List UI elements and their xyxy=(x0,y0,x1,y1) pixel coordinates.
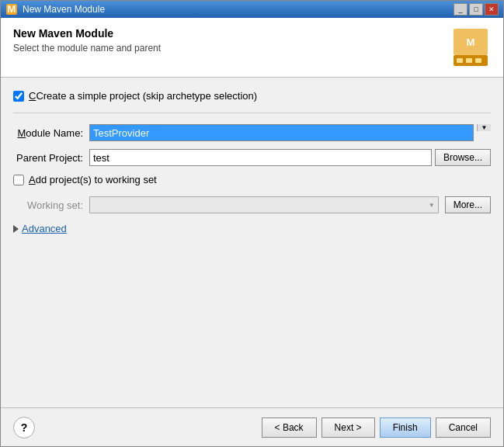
simple-project-checkbox[interactable] xyxy=(13,91,24,102)
working-set-combo[interactable]: ▼ xyxy=(89,196,439,213)
parent-project-label: Parent Project: xyxy=(13,152,83,164)
advanced-label[interactable]: Advanced xyxy=(22,223,67,234)
cancel-button[interactable]: Cancel xyxy=(436,418,491,438)
svg-text:M: M xyxy=(8,3,16,15)
module-name-row: Module Name: ▼ xyxy=(13,124,491,141)
dialog-title: New Maven Module xyxy=(13,27,161,40)
more-button[interactable]: More... xyxy=(445,196,491,213)
working-set-checkbox-label: Add project(s) to working set xyxy=(29,174,157,185)
close-button[interactable]: ✕ xyxy=(485,3,499,16)
parent-project-input-wrap: Browse... xyxy=(89,149,491,166)
working-set-row: Working set: ▼ More... xyxy=(13,196,491,213)
title-bar: M New Maven Module _ □ ✕ xyxy=(1,1,503,18)
module-name-input-wrap: ▼ xyxy=(89,124,491,141)
working-set-label: Working set: xyxy=(13,199,83,211)
simple-project-label: CCreate a simple project (skip archetype… xyxy=(29,90,257,102)
advanced-row[interactable]: Advanced xyxy=(13,223,491,234)
module-name-label: Module Name: xyxy=(13,127,83,139)
dialog-subtitle: Select the module name and parent xyxy=(13,43,161,54)
dialog-header: New Maven Module Select the module name … xyxy=(1,18,503,78)
separator xyxy=(13,113,491,113)
advanced-expand-icon xyxy=(13,225,19,233)
module-name-input[interactable] xyxy=(89,124,474,141)
working-set-checkbox[interactable] xyxy=(13,175,24,185)
window-title: New Maven Module xyxy=(23,4,449,15)
parent-project-row: Parent Project: Browse... xyxy=(13,149,491,166)
working-set-checkbox-row: Add project(s) to working set xyxy=(13,174,491,185)
help-button[interactable]: ? xyxy=(13,417,35,438)
svg-rect-6 xyxy=(466,58,472,63)
minimize-button[interactable]: _ xyxy=(454,3,468,16)
footer-buttons: < Back Next > Finish Cancel xyxy=(262,418,491,438)
module-name-dropdown[interactable]: ▼ xyxy=(477,124,491,131)
svg-text:M: M xyxy=(467,36,475,48)
svg-rect-7 xyxy=(475,58,481,63)
window-icon: M xyxy=(5,3,18,16)
svg-rect-5 xyxy=(457,58,463,63)
main-window: M New Maven Module _ □ ✕ New Maven Modul… xyxy=(0,0,504,447)
form-content: CCreate a simple project (skip archetype… xyxy=(1,78,503,247)
parent-project-input[interactable] xyxy=(89,149,432,166)
working-set-arrow-icon: ▼ xyxy=(429,202,435,209)
content-area: CCreate a simple project (skip archetype… xyxy=(1,78,503,407)
dialog-footer: ? < Back Next > Finish Cancel xyxy=(1,407,503,446)
maximize-button[interactable]: □ xyxy=(469,3,483,16)
next-button[interactable]: Next > xyxy=(322,418,375,438)
back-button[interactable]: < Back xyxy=(262,418,317,438)
browse-button[interactable]: Browse... xyxy=(435,149,491,166)
finish-button[interactable]: Finish xyxy=(380,418,431,438)
maven-icon: M xyxy=(450,27,491,68)
header-text: New Maven Module Select the module name … xyxy=(13,27,161,54)
window-controls: _ □ ✕ xyxy=(454,3,499,16)
simple-project-row: CCreate a simple project (skip archetype… xyxy=(13,90,491,102)
